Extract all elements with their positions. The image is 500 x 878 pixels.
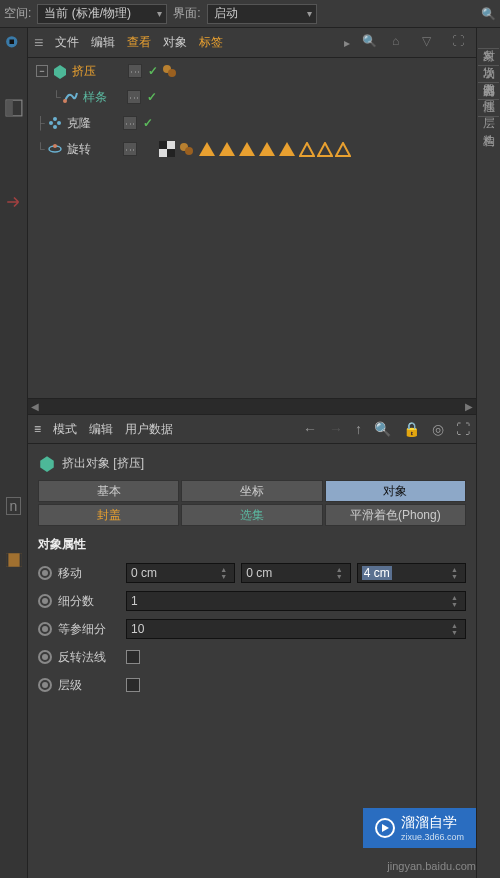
space-dropdown[interactable]: 当前 (标准/物理) (37, 4, 167, 24)
triangle-tag-icon[interactable] (259, 142, 275, 156)
svg-point-15 (53, 144, 57, 148)
tab-basic[interactable]: 基本 (38, 480, 179, 502)
enable-check[interactable]: ✓ (143, 116, 153, 130)
tree-label[interactable]: 挤压 (72, 63, 96, 80)
scroll-track[interactable] (56, 402, 448, 412)
svg-point-10 (49, 121, 53, 125)
tree-label[interactable]: 样条 (83, 89, 107, 106)
hamburger-icon[interactable]: ≡ (34, 34, 43, 52)
tab-takes[interactable]: 场次 (478, 49, 499, 66)
tab-layers[interactable]: 层 (478, 100, 499, 117)
expand-icon-2[interactable]: ⛶ (456, 421, 470, 437)
triangle-outline-tag-icon[interactable] (335, 142, 349, 156)
isoparm-input[interactable]: 10▲▼ (126, 619, 466, 639)
interface-dropdown[interactable]: 启动 (207, 4, 317, 24)
interface-label: 界面: (173, 5, 200, 22)
menu-edit2[interactable]: 编辑 (89, 421, 113, 438)
target-icon[interactable]: ◎ (432, 421, 444, 437)
keyframe-radio[interactable] (38, 622, 52, 636)
layer-dots[interactable] (123, 142, 137, 156)
flip-checkbox[interactable] (126, 650, 140, 664)
layer-dots[interactable] (128, 64, 142, 78)
tab-attributes[interactable]: 属性 (478, 83, 499, 100)
main-area: ≡ 文件 编辑 查看 对象 标签 ▸ 🔍 ⌂ ▽ ⛶ − 挤压 ✓ └ (28, 28, 476, 878)
tree-label[interactable]: 克隆 (67, 115, 91, 132)
search-icon[interactable]: 🔍 (481, 7, 496, 21)
checker-tag-icon[interactable] (159, 141, 175, 157)
scroll-left-icon[interactable]: ◀ (28, 400, 42, 414)
n-icon[interactable]: n (2, 494, 26, 518)
tab-coord[interactable]: 坐标 (181, 480, 322, 502)
move-z-input[interactable]: 4 cm▲▼ (357, 563, 466, 583)
enable-check[interactable]: ✓ (148, 64, 158, 78)
back-icon[interactable]: ← (303, 421, 317, 437)
tab-phong[interactable]: 平滑着色(Phong) (325, 504, 466, 526)
phong-tag-icon[interactable] (162, 63, 178, 79)
camera-icon[interactable] (2, 32, 26, 56)
arrow-icon[interactable] (2, 190, 26, 214)
object-tree[interactable]: − 挤压 ✓ └ 样条 ✓ ├ (28, 58, 476, 398)
scroll-right-icon[interactable]: ▶ (462, 400, 476, 414)
triangle-outline-tag-icon[interactable] (299, 142, 313, 156)
tree-collapse-icon[interactable]: − (36, 65, 48, 77)
panel-icon[interactable] (2, 96, 26, 120)
prop-label: 细分数 (58, 593, 120, 610)
triangle-tag-icon[interactable] (279, 142, 295, 156)
triangle-tag-icon[interactable] (239, 142, 255, 156)
move-y-input[interactable]: 0 cm▲▼ (241, 563, 350, 583)
right-sidebar-tabs: 对象 场次 内容浏览器 属性 层 构造 (476, 28, 500, 878)
menu-tags[interactable]: 标签 (199, 34, 223, 51)
expand-icon[interactable]: ⛶ (452, 34, 470, 52)
enable-check[interactable]: ✓ (147, 90, 157, 104)
tab-selection[interactable]: 选集 (181, 504, 322, 526)
triangle-tag-icon[interactable] (219, 142, 235, 156)
menu-edit[interactable]: 编辑 (91, 34, 115, 51)
svg-rect-18 (167, 149, 175, 157)
hierarchy-checkbox[interactable] (126, 678, 140, 692)
keyframe-radio[interactable] (38, 678, 52, 692)
up-icon[interactable]: ↑ (355, 421, 362, 437)
more-icon[interactable]: ▸ (344, 36, 350, 50)
layer-dots[interactable] (123, 116, 137, 130)
svg-point-8 (168, 69, 176, 77)
lock-icon[interactable]: 🔒 (403, 421, 420, 437)
hamburger-icon[interactable]: ≡ (34, 422, 41, 436)
triangle-tag-icon[interactable] (199, 142, 215, 156)
menu-file[interactable]: 文件 (55, 34, 79, 51)
svg-point-20 (185, 147, 193, 155)
tab-objects[interactable]: 对象 (478, 32, 499, 49)
move-x-input[interactable]: 0 cm▲▼ (126, 563, 235, 583)
menu-object[interactable]: 对象 (163, 34, 187, 51)
tab-object[interactable]: 对象 (325, 480, 466, 502)
film-icon[interactable] (2, 548, 26, 572)
tree-row-lathe[interactable]: └ 旋转 (28, 136, 476, 162)
tab-browser[interactable]: 内容浏览器 (478, 66, 499, 83)
menu-userdata[interactable]: 用户数据 (125, 421, 173, 438)
svg-rect-17 (159, 141, 167, 149)
menu-mode[interactable]: 模式 (53, 421, 77, 438)
search-icon-3[interactable]: 🔍 (374, 421, 391, 437)
phong-tag-icon[interactable] (179, 141, 195, 157)
tab-structure[interactable]: 构造 (478, 117, 499, 133)
tree-row-cloner[interactable]: ├ 克隆 ✓ (28, 110, 476, 136)
tree-row-extrude[interactable]: − 挤压 ✓ (28, 58, 476, 84)
tree-row-spline[interactable]: └ 样条 ✓ (28, 84, 476, 110)
forward-icon[interactable]: → (329, 421, 343, 437)
search-icon-2[interactable]: 🔍 (362, 34, 380, 52)
tree-label[interactable]: 旋转 (67, 141, 91, 158)
filter-icon[interactable]: ▽ (422, 34, 440, 52)
triangle-outline-tag-icon[interactable] (317, 142, 331, 156)
tabs-row-2: 封盖 选集 平滑着色(Phong) (38, 504, 466, 526)
home-icon[interactable]: ⌂ (392, 34, 410, 52)
space-label: 空间: (4, 5, 31, 22)
menu-view[interactable]: 查看 (127, 34, 151, 51)
horizontal-scrollbar[interactable]: ◀ ▶ (28, 398, 476, 414)
tab-caps[interactable]: 封盖 (38, 504, 179, 526)
prop-hierarchy: 层级 (38, 671, 466, 699)
subdiv-input[interactable]: 1▲▼ (126, 591, 466, 611)
keyframe-radio[interactable] (38, 650, 52, 664)
keyframe-radio[interactable] (38, 566, 52, 580)
keyframe-radio[interactable] (38, 594, 52, 608)
layer-dots[interactable] (127, 90, 141, 104)
prop-label: 移动 (58, 565, 120, 582)
